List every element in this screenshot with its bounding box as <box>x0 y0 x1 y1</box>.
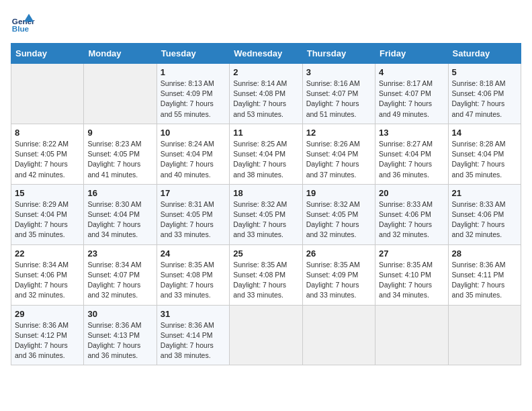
day-header-monday: Monday <box>84 44 157 64</box>
logo-icon: General Blue <box>11 11 35 35</box>
day-header-saturday: Saturday <box>448 44 521 64</box>
day-number: 22 <box>15 248 80 259</box>
day-number: 18 <box>233 188 298 198</box>
calendar-cell: 20Sunrise: 8:33 AM Sunset: 4:06 PM Dayli… <box>375 184 448 244</box>
day-info: Sunrise: 8:36 AM Sunset: 4:13 PM Dayligh… <box>87 320 152 361</box>
day-info: Sunrise: 8:35 AM Sunset: 4:09 PM Dayligh… <box>306 260 371 301</box>
day-info: Sunrise: 8:33 AM Sunset: 4:06 PM Dayligh… <box>379 199 444 240</box>
day-number: 31 <box>161 309 226 319</box>
day-info: Sunrise: 8:32 AM Sunset: 4:05 PM Dayligh… <box>306 199 371 240</box>
day-info: Sunrise: 8:33 AM Sunset: 4:06 PM Dayligh… <box>452 199 517 240</box>
calendar-cell: 22Sunrise: 8:34 AM Sunset: 4:06 PM Dayli… <box>11 244 84 305</box>
day-number: 19 <box>306 188 371 198</box>
calendar-cell: 25Sunrise: 8:35 AM Sunset: 4:08 PM Dayli… <box>230 244 302 305</box>
day-number: 10 <box>161 128 226 138</box>
day-info: Sunrise: 8:36 AM Sunset: 4:11 PM Dayligh… <box>452 260 517 301</box>
day-number: 13 <box>379 128 444 138</box>
day-info: Sunrise: 8:18 AM Sunset: 4:06 PM Dayligh… <box>452 79 517 120</box>
calendar-cell <box>230 305 302 365</box>
calendar-body: 1Sunrise: 8:13 AM Sunset: 4:09 PM Daylig… <box>11 64 521 365</box>
calendar-cell: 30Sunrise: 8:36 AM Sunset: 4:13 PM Dayli… <box>84 305 157 365</box>
day-number: 28 <box>452 248 517 259</box>
day-number: 25 <box>233 248 298 259</box>
day-header-friday: Friday <box>375 44 448 64</box>
day-number: 8 <box>15 128 80 138</box>
calendar-cell: 24Sunrise: 8:35 AM Sunset: 4:08 PM Dayli… <box>157 244 229 305</box>
day-number: 12 <box>306 128 371 138</box>
day-info: Sunrise: 8:24 AM Sunset: 4:04 PM Dayligh… <box>161 139 226 180</box>
calendar-cell: 14Sunrise: 8:28 AM Sunset: 4:04 PM Dayli… <box>448 124 521 184</box>
calendar-cell: 10Sunrise: 8:24 AM Sunset: 4:04 PM Dayli… <box>157 124 229 184</box>
logo: General Blue <box>11 11 38 35</box>
calendar-cell: 31Sunrise: 8:36 AM Sunset: 4:14 PM Dayli… <box>157 305 229 365</box>
day-info: Sunrise: 8:35 AM Sunset: 4:10 PM Dayligh… <box>379 260 444 301</box>
day-number: 23 <box>87 248 152 259</box>
calendar-cell: 23Sunrise: 8:34 AM Sunset: 4:07 PM Dayli… <box>84 244 157 305</box>
day-info: Sunrise: 8:26 AM Sunset: 4:04 PM Dayligh… <box>306 139 371 180</box>
day-info: Sunrise: 8:25 AM Sunset: 4:04 PM Dayligh… <box>233 139 298 180</box>
day-info: Sunrise: 8:32 AM Sunset: 4:05 PM Dayligh… <box>233 199 298 240</box>
calendar-cell: 5Sunrise: 8:18 AM Sunset: 4:06 PM Daylig… <box>448 64 521 124</box>
day-number: 1 <box>161 67 226 77</box>
day-number: 21 <box>452 188 517 198</box>
calendar-cell: 26Sunrise: 8:35 AM Sunset: 4:09 PM Dayli… <box>302 244 375 305</box>
day-info: Sunrise: 8:35 AM Sunset: 4:08 PM Dayligh… <box>233 260 298 301</box>
day-info: Sunrise: 8:16 AM Sunset: 4:07 PM Dayligh… <box>306 79 371 120</box>
day-info: Sunrise: 8:13 AM Sunset: 4:09 PM Dayligh… <box>161 79 226 120</box>
day-number: 29 <box>15 309 80 319</box>
calendar-cell: 4Sunrise: 8:17 AM Sunset: 4:07 PM Daylig… <box>375 64 448 124</box>
day-number: 17 <box>161 188 226 198</box>
calendar-cell: 16Sunrise: 8:30 AM Sunset: 4:04 PM Dayli… <box>84 184 157 244</box>
calendar-cell: 29Sunrise: 8:36 AM Sunset: 4:12 PM Dayli… <box>11 305 84 365</box>
calendar-cell: 3Sunrise: 8:16 AM Sunset: 4:07 PM Daylig… <box>302 64 375 124</box>
days-header-row: SundayMondayTuesdayWednesdayThursdayFrid… <box>11 44 521 64</box>
calendar-week-4: 22Sunrise: 8:34 AM Sunset: 4:06 PM Dayli… <box>11 244 521 305</box>
day-number: 4 <box>379 67 444 77</box>
day-info: Sunrise: 8:36 AM Sunset: 4:12 PM Dayligh… <box>15 320 80 361</box>
day-info: Sunrise: 8:31 AM Sunset: 4:05 PM Dayligh… <box>161 199 226 240</box>
calendar-cell: 19Sunrise: 8:32 AM Sunset: 4:05 PM Dayli… <box>302 184 375 244</box>
day-number: 20 <box>379 188 444 198</box>
day-header-tuesday: Tuesday <box>157 44 229 64</box>
day-number: 9 <box>87 128 152 138</box>
day-number: 16 <box>87 188 152 198</box>
day-number: 5 <box>452 67 517 77</box>
svg-text:Blue: Blue <box>12 24 30 33</box>
calendar-cell: 9Sunrise: 8:23 AM Sunset: 4:05 PM Daylig… <box>84 124 157 184</box>
calendar-cell: 18Sunrise: 8:32 AM Sunset: 4:05 PM Dayli… <box>230 184 302 244</box>
day-info: Sunrise: 8:22 AM Sunset: 4:05 PM Dayligh… <box>15 139 80 180</box>
day-number: 2 <box>233 67 298 77</box>
calendar-week-1: 1Sunrise: 8:13 AM Sunset: 4:09 PM Daylig… <box>11 64 521 124</box>
calendar-cell: 15Sunrise: 8:29 AM Sunset: 4:04 PM Dayli… <box>11 184 84 244</box>
day-info: Sunrise: 8:17 AM Sunset: 4:07 PM Dayligh… <box>379 79 444 120</box>
calendar-cell <box>84 64 157 124</box>
day-info: Sunrise: 8:14 AM Sunset: 4:08 PM Dayligh… <box>233 79 298 120</box>
calendar-cell: 13Sunrise: 8:27 AM Sunset: 4:04 PM Dayli… <box>375 124 448 184</box>
calendar-cell <box>302 305 375 365</box>
calendar-table: SundayMondayTuesdayWednesdayThursdayFrid… <box>11 43 521 365</box>
day-info: Sunrise: 8:27 AM Sunset: 4:04 PM Dayligh… <box>379 139 444 180</box>
calendar-cell: 21Sunrise: 8:33 AM Sunset: 4:06 PM Dayli… <box>448 184 521 244</box>
day-number: 27 <box>379 248 444 259</box>
day-info: Sunrise: 8:29 AM Sunset: 4:04 PM Dayligh… <box>15 199 80 240</box>
day-info: Sunrise: 8:30 AM Sunset: 4:04 PM Dayligh… <box>87 199 152 240</box>
day-info: Sunrise: 8:34 AM Sunset: 4:06 PM Dayligh… <box>15 260 80 301</box>
day-number: 24 <box>161 248 226 259</box>
day-info: Sunrise: 8:36 AM Sunset: 4:14 PM Dayligh… <box>161 320 226 361</box>
day-info: Sunrise: 8:35 AM Sunset: 4:08 PM Dayligh… <box>161 260 226 301</box>
calendar-cell <box>11 64 84 124</box>
day-info: Sunrise: 8:34 AM Sunset: 4:07 PM Dayligh… <box>87 260 152 301</box>
calendar-cell <box>375 305 448 365</box>
calendar-week-5: 29Sunrise: 8:36 AM Sunset: 4:12 PM Dayli… <box>11 305 521 365</box>
calendar-cell: 8Sunrise: 8:22 AM Sunset: 4:05 PM Daylig… <box>11 124 84 184</box>
day-number: 15 <box>15 188 80 198</box>
calendar-week-3: 15Sunrise: 8:29 AM Sunset: 4:04 PM Dayli… <box>11 184 521 244</box>
calendar-cell: 11Sunrise: 8:25 AM Sunset: 4:04 PM Dayli… <box>230 124 302 184</box>
calendar-cell: 17Sunrise: 8:31 AM Sunset: 4:05 PM Dayli… <box>157 184 229 244</box>
day-header-wednesday: Wednesday <box>230 44 302 64</box>
day-number: 3 <box>306 67 371 77</box>
day-number: 30 <box>87 309 152 319</box>
calendar-cell: 1Sunrise: 8:13 AM Sunset: 4:09 PM Daylig… <box>157 64 229 124</box>
day-info: Sunrise: 8:23 AM Sunset: 4:05 PM Dayligh… <box>87 139 152 180</box>
calendar-cell: 2Sunrise: 8:14 AM Sunset: 4:08 PM Daylig… <box>230 64 302 124</box>
